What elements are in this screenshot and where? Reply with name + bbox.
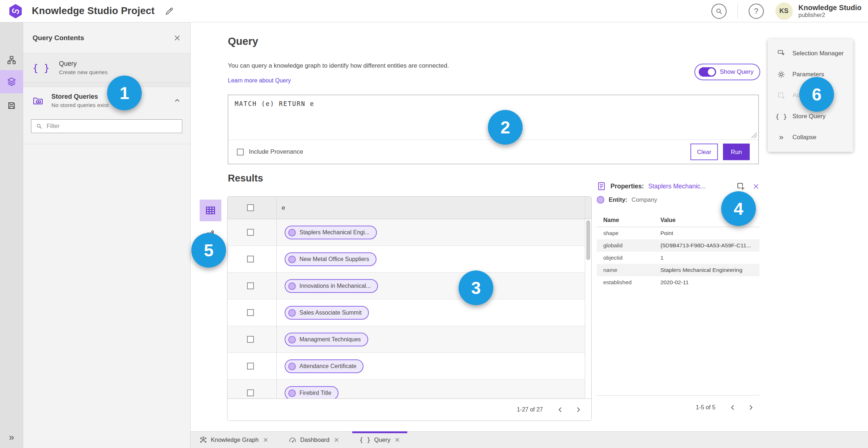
property-row: objectid 1 — [597, 252, 760, 264]
annotation-marker-2: 2 — [488, 110, 523, 145]
property-name: shape — [603, 230, 618, 236]
previous-page-button[interactable] — [726, 401, 739, 414]
menu-item-label: Collapse — [792, 134, 816, 141]
include-provenance-checkbox[interactable] — [237, 149, 244, 155]
row-checkbox[interactable] — [247, 336, 254, 343]
entity-pill[interactable]: Innovations in Mechanical... — [285, 279, 378, 293]
rail-save-button[interactable] — [0, 96, 23, 115]
page-description: You can query a knowledge graph to ident… — [228, 62, 449, 69]
select-all-checkbox[interactable] — [247, 204, 254, 211]
entity-pill[interactable]: New Metal Office Suppliers — [285, 252, 376, 266]
entity-pill[interactable]: Staplers Mechanical Engi... — [285, 226, 377, 239]
panel-close-icon[interactable] — [174, 34, 181, 42]
panel-item-query[interactable]: { } Query Create new queries — [23, 54, 190, 82]
tab-query-active[interactable]: { } Query — [354, 432, 406, 448]
entity-dot-icon — [288, 336, 296, 344]
learn-more-link[interactable]: Learn more about Query — [228, 77, 291, 84]
entity-dot-icon — [597, 196, 604, 204]
entity-pill-label: Firebird Title — [299, 390, 331, 396]
chevron-left-icon — [729, 404, 736, 411]
search-button[interactable] — [711, 4, 727, 19]
property-value: {5D9B4713-F98D-4A53-A59F-C11... — [660, 242, 751, 249]
property-row: globalid {5D9B4713-F98D-4A53-A59F-C11... — [597, 239, 760, 252]
curly-braces-icon: { } — [776, 113, 786, 120]
rail-hierarchy-button[interactable] — [0, 51, 23, 69]
rail-layers-button-active[interactable] — [0, 70, 23, 93]
resize-handle[interactable] — [752, 133, 757, 138]
table-row: Sales Associate Summit — [227, 299, 585, 326]
collapse-caret-icon[interactable] — [174, 97, 181, 104]
properties-label: Properties: — [610, 183, 644, 190]
edit-title-icon[interactable] — [165, 7, 174, 16]
annotation-marker-5: 5 — [191, 233, 226, 268]
close-icon[interactable] — [395, 437, 400, 443]
entity-value: Company — [631, 196, 657, 203]
table-row: New Metal Office Suppliers — [227, 246, 585, 273]
properties-actions — [736, 182, 760, 191]
close-icon[interactable] — [334, 437, 339, 443]
property-name: name — [603, 267, 617, 273]
panel-section-divider — [23, 144, 190, 144]
property-name: globalid — [603, 242, 622, 249]
menu-item-label: Ad — [792, 92, 800, 99]
entity-dot-icon — [288, 309, 296, 317]
scrollbar-thumb[interactable] — [586, 220, 590, 260]
column-header-e: e — [282, 204, 285, 212]
tab-dashboard[interactable]: Dashboard — [283, 432, 345, 448]
query-text-input[interactable]: MATCH (e) RETURN e — [235, 100, 314, 107]
row-checkbox[interactable] — [247, 389, 254, 396]
help-button[interactable]: ? — [749, 4, 764, 19]
results-table: e Staplers Mechanical Engi... New Metal … — [227, 196, 592, 421]
row-checkbox[interactable] — [247, 256, 254, 263]
previous-page-button[interactable] — [554, 403, 567, 416]
top-bar: Knowledge Studio Project ? KS Knowledge … — [0, 0, 868, 22]
results-pagination: 1-27 of 27 — [227, 398, 591, 421]
row-checkbox[interactable] — [247, 282, 254, 289]
menu-item-collapse[interactable]: » Collapse — [768, 127, 853, 148]
menu-item-selection-manager[interactable]: Selection Manager — [768, 43, 853, 64]
panel-header: Query Contents — [23, 22, 190, 54]
entity-pill[interactable]: Managment Techniques — [285, 333, 368, 346]
row-checkbox[interactable] — [247, 309, 254, 316]
top-bar-divider — [737, 4, 738, 19]
tab-knowledge-graph[interactable]: Knowledge Graph — [193, 432, 274, 448]
panel-item-stored-queries[interactable]: Stored Queries No stored queries exist — [23, 88, 190, 114]
run-button[interactable]: Run — [723, 144, 750, 160]
chevron-right-icon — [575, 406, 582, 413]
table-view-button-active[interactable] — [200, 200, 221, 221]
properties-entity-link[interactable]: Staplers Mechanic... — [648, 183, 706, 190]
add-to-selection-icon[interactable] — [736, 182, 745, 191]
layers-icon — [7, 77, 17, 87]
filter-input[interactable] — [47, 123, 178, 129]
row-checkbox[interactable] — [247, 229, 254, 236]
entity-pill-label: New Metal Office Suppliers — [299, 256, 369, 263]
rail-expand-button[interactable]: » — [0, 432, 23, 443]
curly-braces-icon: { } — [359, 436, 371, 444]
entity-pill[interactable]: Attendance Certificate — [285, 359, 363, 373]
curly-braces-icon: { } — [33, 63, 50, 73]
table-icon — [205, 205, 216, 216]
entity-pill[interactable]: Firebird Title — [285, 386, 339, 400]
clear-button[interactable]: Clear — [690, 144, 718, 160]
show-query-toggle[interactable]: Show Query — [694, 64, 760, 80]
properties-close-icon[interactable] — [753, 183, 760, 190]
gear-icon — [776, 70, 786, 79]
property-row: shape Point — [597, 227, 760, 239]
tab-label: Query — [374, 436, 391, 443]
close-icon[interactable] — [263, 437, 268, 443]
query-item-title: Query — [59, 60, 107, 68]
entity-pill[interactable]: Sales Associate Summit — [285, 306, 369, 320]
panel-gap — [23, 82, 190, 87]
menu-item-label: Store Query — [792, 113, 826, 120]
entity-pill-label: Innovations in Mechanical... — [299, 283, 371, 289]
app-logo-icon[interactable] — [8, 4, 23, 19]
user-block: Knowledge Studio publisher2 — [799, 4, 861, 18]
row-checkbox[interactable] — [247, 363, 254, 370]
avatar[interactable]: KS — [775, 3, 793, 20]
show-query-label: Show Query — [720, 68, 754, 76]
next-page-button[interactable] — [572, 403, 585, 416]
app-root: Knowledge Studio Project ? KS Knowledge … — [0, 0, 868, 448]
property-value: 1 — [660, 255, 664, 261]
toggle-knob — [708, 68, 715, 76]
next-page-button[interactable] — [744, 401, 757, 414]
